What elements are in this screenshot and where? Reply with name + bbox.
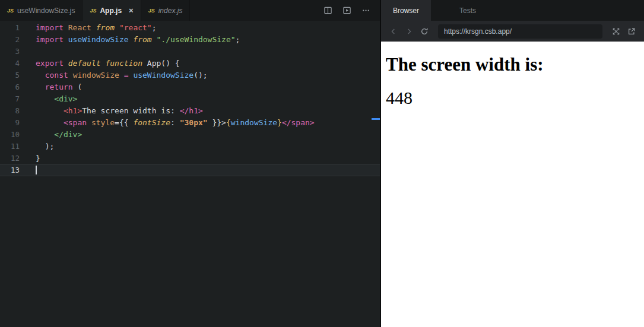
line-number: 9 <box>0 117 20 129</box>
line-number: 5 <box>0 69 20 81</box>
back-icon[interactable] <box>387 25 400 38</box>
more-actions-icon[interactable] <box>361 6 370 15</box>
browser-preview: The screen width is: 448 <box>381 42 644 327</box>
code-text: return ( <box>36 81 82 93</box>
javascript-file-icon: JS <box>90 8 96 14</box>
code-line[interactable]: 5 const windowSize = useWindowSize(); <box>0 69 380 81</box>
code-line[interactable]: 11 ); <box>0 141 380 153</box>
browser-pane: BrowserTests The screen width is: 448 <box>381 0 644 327</box>
javascript-file-icon: JS <box>7 8 14 14</box>
line-number: 3 <box>0 46 20 58</box>
javascript-file-icon: JS <box>148 8 155 14</box>
editor-pane: JSuseWindowSize.jsJSApp.js×JSindex.js 1i… <box>0 0 381 327</box>
code-text: } <box>36 153 40 164</box>
code-text: <span style={{ fontSize: "30px" }}>{wind… <box>36 117 315 129</box>
panel-tab-browser[interactable]: Browser <box>381 0 431 21</box>
line-number: 4 <box>0 58 20 69</box>
editor-tab-index.js[interactable]: JSindex.js <box>141 0 191 21</box>
responsive-resize-icon[interactable] <box>610 25 623 38</box>
browser-navbar <box>381 21 644 42</box>
code-editor[interactable]: 1import React from "react";2import useWi… <box>0 21 380 327</box>
code-line[interactable]: 4export default function App() { <box>0 58 380 69</box>
line-number: 1 <box>0 22 20 34</box>
code-line[interactable]: 12} <box>0 153 380 164</box>
code-line[interactable]: 7 <div> <box>0 93 380 105</box>
code-text: </div> <box>36 129 82 141</box>
code-line[interactable]: 8 <h1>The screen width is: </h1> <box>0 105 380 117</box>
codesandbox-window: JSuseWindowSize.jsJSApp.js×JSindex.js 1i… <box>0 0 644 327</box>
tabbar-spacer <box>190 0 313 21</box>
line-number: 12 <box>0 153 20 164</box>
tab-label: App.js <box>100 7 122 15</box>
scrollbar-decoration <box>372 118 380 120</box>
line-number: 11 <box>0 141 20 153</box>
preview-heading: The screen width is: <box>386 54 639 75</box>
close-tab-icon[interactable]: × <box>129 6 134 15</box>
open-external-icon[interactable] <box>625 25 638 38</box>
editor-tab-useWindowSize.js[interactable]: JSuseWindowSize.js <box>0 0 83 21</box>
code-line[interactable]: 3 <box>0 46 380 58</box>
code-line[interactable]: 1import React from "react"; <box>0 22 380 34</box>
code-line[interactable]: 13 <box>0 164 380 176</box>
line-number: 7 <box>0 93 20 105</box>
code-text: export default function App() { <box>36 58 180 69</box>
tab-label: useWindowSize.js <box>17 7 75 15</box>
line-number: 2 <box>0 34 20 46</box>
refresh-icon[interactable] <box>418 25 431 38</box>
code-lines: 1import React from "react";2import useWi… <box>0 22 380 176</box>
line-number: 8 <box>0 105 20 117</box>
browser-panel-tabs: BrowserTests <box>381 0 644 21</box>
editor-tabbar: JSuseWindowSize.jsJSApp.js×JSindex.js <box>0 0 380 21</box>
code-line[interactable]: 10 </div> <box>0 129 380 141</box>
code-text: const windowSize = useWindowSize(); <box>36 69 208 81</box>
editor-tabs: JSuseWindowSize.jsJSApp.js×JSindex.js <box>0 0 190 21</box>
forward-icon[interactable] <box>402 25 415 38</box>
window-width-value: 448 <box>386 88 639 108</box>
code-text: <div> <box>36 93 77 105</box>
code-line[interactable]: 9 <span style={{ fontSize: "30px" }}>{wi… <box>0 117 380 129</box>
editor-tab-App.js[interactable]: JSApp.js× <box>83 0 141 21</box>
code-text: <h1>The screen width is: </h1> <box>36 105 203 117</box>
code-text <box>36 164 37 176</box>
tab-label: index.js <box>158 7 183 15</box>
editor-toolbar <box>313 0 380 21</box>
line-number: 6 <box>0 81 20 93</box>
code-text: import React from "react"; <box>36 22 157 34</box>
text-cursor <box>36 166 37 174</box>
code-text: import useWindowSize from "./useWindowSi… <box>36 34 240 46</box>
line-number: 10 <box>0 129 20 141</box>
open-preview-icon[interactable] <box>342 6 351 15</box>
panel-tab-tests[interactable]: Tests <box>448 0 488 21</box>
line-number: 13 <box>0 164 20 176</box>
split-editor-icon[interactable] <box>323 6 332 15</box>
code-line[interactable]: 2import useWindowSize from "./useWindowS… <box>0 34 380 46</box>
url-input[interactable] <box>438 24 602 39</box>
code-text: ); <box>36 141 54 153</box>
code-line[interactable]: 6 return ( <box>0 81 380 93</box>
